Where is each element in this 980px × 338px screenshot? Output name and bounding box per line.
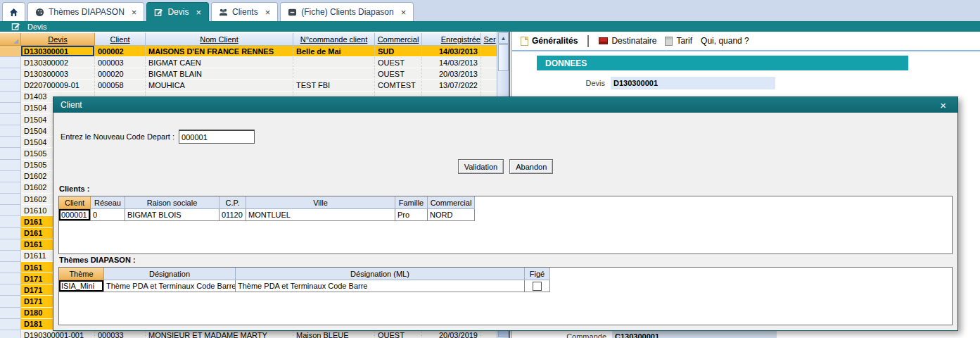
cell-sel[interactable] [0, 137, 21, 148]
table-row[interactable]: D130300002000003BIGMAT CAENOUEST14/03/20… [0, 57, 498, 68]
cell-ser[interactable] [481, 80, 498, 91]
cell-nom[interactable]: MOUHICA [146, 80, 293, 91]
column-header-client[interactable]: Client [95, 33, 146, 46]
column-header-enregistree[interactable]: Enregistrée [422, 33, 481, 46]
column-header-commercial[interactable]: Commercial [375, 33, 422, 46]
close-icon[interactable]: × [401, 7, 407, 18]
cell-com[interactable]: COMTEST [375, 80, 422, 91]
tab-qui-quand[interactable]: Qui, quand ? [699, 36, 751, 46]
cell-date[interactable]: 13/07/2022 [422, 80, 481, 91]
tab-themes-diapason[interactable]: Thèmes DIAPASON × [27, 2, 144, 21]
cell-date[interactable]: 14/03/2013 [422, 57, 481, 68]
scrollbar-thumb[interactable] [498, 44, 509, 71]
cell-client[interactable]: 000058 [95, 80, 146, 91]
col-famille[interactable]: Famille [395, 196, 428, 209]
cell-sel[interactable] [0, 205, 21, 216]
themes-row[interactable]: ISIA_Mini Thème PDA et Terminaux Code Ba… [59, 280, 550, 292]
cell-ville[interactable]: MONTLUEL [246, 209, 395, 220]
cell-sel[interactable] [0, 330, 21, 338]
cell-sel[interactable] [0, 148, 21, 159]
validation-button[interactable]: Validation [458, 159, 504, 174]
clients-row[interactable]: 000001 0 BIGMAT BLOIS 01120 MONTLUEL Pro… [59, 209, 475, 221]
col-designation-ml[interactable]: Désignation (ML) [236, 268, 525, 280]
cell-sel[interactable] [0, 251, 21, 262]
cell-com[interactable]: OUEST [375, 68, 422, 80]
cell-sel[interactable] [0, 114, 21, 125]
cell-date[interactable]: 20/03/2013 [422, 68, 481, 80]
cell-sel[interactable] [0, 262, 21, 273]
cell-designation[interactable]: Thème PDA et Terminaux Code Barre [104, 280, 236, 292]
cell-cmd[interactable] [293, 57, 375, 68]
scroll-up-icon[interactable]: ▲ [498, 32, 509, 44]
cell-client[interactable]: 000020 [95, 68, 146, 80]
cell-com[interactable]: SUD [375, 46, 422, 57]
column-header-ser[interactable]: Ser [481, 33, 498, 46]
cell-client[interactable]: 000003 [95, 57, 146, 68]
cell-date[interactable]: 14/03/2013 [422, 46, 481, 57]
cell-cmd[interactable]: Belle de Mai [293, 46, 375, 57]
cell-nom[interactable]: BIGMAT BLAIN [146, 68, 293, 80]
select-all-corner[interactable]: ◢ [0, 33, 21, 46]
close-icon[interactable]: × [196, 7, 201, 18]
col-reseau[interactable]: Réseau [91, 196, 125, 209]
cell-sel[interactable] [0, 171, 21, 182]
cell-sel[interactable] [0, 284, 21, 296]
col-fige[interactable]: Figé [525, 268, 550, 280]
cell-cp[interactable]: 01120 [219, 209, 246, 220]
col-designation[interactable]: Désignation [104, 268, 236, 280]
cell-ser[interactable] [481, 68, 498, 80]
dialog-titlebar[interactable]: Client × [53, 97, 957, 113]
new-code-input[interactable] [179, 130, 255, 144]
cell-sel[interactable] [0, 80, 21, 91]
cell-sel[interactable] [0, 194, 21, 205]
tab-destinataire[interactable]: Destinataire [597, 36, 658, 46]
cell-sel[interactable] [0, 46, 21, 57]
cell-sel[interactable] [0, 57, 21, 68]
tab-generalites[interactable]: Généralités [519, 36, 579, 46]
table-row[interactable]: D130300001000002MAISONS D'EN FRANCE RENN… [0, 46, 498, 57]
cell-sel[interactable] [0, 68, 21, 80]
cell-theme[interactable]: ISIA_Mini [59, 280, 104, 292]
cell-nom[interactable]: MAISONS D'EN FRANCE RENNES [146, 46, 293, 57]
close-icon[interactable]: × [936, 99, 950, 111]
cell-client[interactable]: 000001 [59, 209, 91, 220]
tab-tarif[interactable]: Tarif [663, 36, 694, 46]
cell-reseau[interactable]: 0 [91, 209, 125, 220]
cell-ser[interactable] [481, 57, 498, 68]
cell-devis[interactable]: D220700009-01 [21, 80, 95, 91]
cell-sel[interactable] [0, 92, 21, 103]
tab-clients[interactable]: Clients × [211, 2, 278, 21]
cell-sel[interactable] [0, 125, 21, 137]
cell-devis[interactable]: D130300003 [21, 68, 95, 80]
cell-sel[interactable] [0, 239, 21, 251]
cell-sel[interactable] [0, 216, 21, 227]
col-theme[interactable]: Thème [59, 268, 104, 280]
column-header-commande-client[interactable]: N°commande client [293, 33, 375, 46]
cell-designation-ml[interactable]: Thème PDA et Terminaux Code Barre [236, 280, 525, 292]
tab-devis[interactable]: Devis × [146, 2, 209, 21]
col-client[interactable]: Client [59, 196, 91, 209]
column-header-nom-client[interactable]: Nom Client [146, 33, 293, 46]
cell-sel[interactable] [0, 308, 21, 319]
cell-client[interactable]: 000002 [95, 46, 146, 57]
cell-sel[interactable] [0, 273, 21, 284]
cell-famille[interactable]: Pro [395, 209, 428, 220]
cell-sel[interactable] [0, 160, 21, 171]
cell-cmd[interactable] [293, 68, 375, 80]
abandon-button[interactable]: Abandon [509, 159, 553, 174]
column-header-devis[interactable]: Devis [21, 33, 95, 46]
table-row[interactable]: D220700009-01000058MOUHICATEST FBICOMTES… [0, 80, 498, 91]
close-icon[interactable]: × [265, 7, 271, 18]
cell-sel[interactable] [0, 103, 21, 114]
cell-sel[interactable] [0, 296, 21, 307]
close-icon[interactable]: × [132, 7, 137, 18]
cell-ser[interactable] [481, 46, 498, 57]
col-ville[interactable]: Ville [246, 196, 395, 209]
cell-devis[interactable]: D130300001 [21, 46, 95, 57]
cell-sel[interactable] [0, 228, 21, 239]
col-raison-sociale[interactable]: Raison sociale [125, 196, 219, 209]
cell-devis[interactable]: D130300002 [21, 57, 95, 68]
cell-sel[interactable] [0, 319, 21, 330]
cell-commercial[interactable]: NORD [428, 209, 475, 220]
tab-fiche-clients-diapason[interactable]: (Fiche) Clients Diapason × [280, 2, 414, 21]
